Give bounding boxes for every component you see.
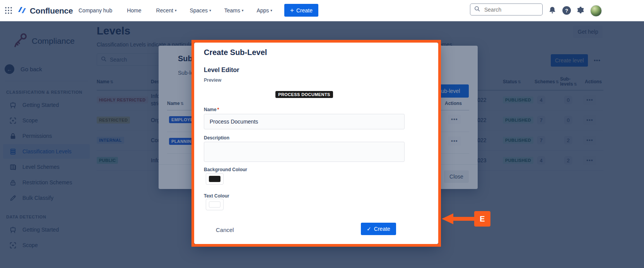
chevron-down-icon: ▾ bbox=[175, 9, 177, 12]
preview-badge: PROCESS DOCUMENTS bbox=[275, 91, 333, 98]
help-icon[interactable]: ? bbox=[562, 6, 571, 15]
chevron-down-icon: ▾ bbox=[209, 9, 211, 12]
confluence-logo[interactable]: Confluence bbox=[17, 5, 73, 17]
nav-item-apps[interactable]: Apps▾ bbox=[256, 7, 272, 14]
nav-item-home[interactable]: Home bbox=[127, 7, 143, 14]
create-button[interactable]: + Create bbox=[284, 4, 318, 17]
app-switcher-icon[interactable] bbox=[5, 7, 12, 16]
preview-label: Preview bbox=[204, 77, 221, 83]
confluence-logo-icon bbox=[17, 5, 27, 17]
plus-icon: + bbox=[290, 7, 294, 14]
annotation-arrow-shaft bbox=[452, 217, 475, 221]
nav-item-recent[interactable]: Recent▾ bbox=[156, 7, 177, 14]
screenshot-stage: Confluence Company hub Home Recent▾ Spac… bbox=[0, 0, 644, 268]
global-search[interactable] bbox=[470, 3, 543, 15]
name-label: Name* bbox=[204, 107, 219, 112]
check-icon: ✓ bbox=[367, 226, 371, 232]
text-colour-swatch[interactable] bbox=[206, 199, 224, 210]
nav-item-spaces[interactable]: Spaces▾ bbox=[190, 7, 211, 14]
name-input[interactable] bbox=[204, 114, 405, 129]
top-nav: Confluence Company hub Home Recent▾ Spac… bbox=[0, 0, 644, 21]
nav-menu: Company hub Home Recent▾ Spaces▾ Teams▾ … bbox=[79, 0, 310, 21]
global-search-input[interactable] bbox=[483, 6, 531, 13]
chevron-down-icon: ▾ bbox=[242, 9, 244, 12]
cancel-button[interactable]: Cancel bbox=[213, 223, 237, 236]
background-colour-label: Background Colour bbox=[204, 167, 247, 172]
text-colour-label: Text Colour bbox=[204, 193, 229, 199]
user-avatar[interactable] bbox=[590, 5, 602, 17]
chevron-down-icon: ▾ bbox=[270, 9, 272, 12]
search-icon bbox=[474, 6, 480, 14]
confluence-logo-text: Confluence bbox=[30, 6, 73, 15]
settings-gear-icon[interactable] bbox=[576, 6, 585, 16]
nav-item-company-hub[interactable]: Company hub bbox=[79, 7, 114, 14]
modal-create-button[interactable]: ✓ Create bbox=[361, 223, 396, 235]
level-editor-heading: Level Editor bbox=[204, 67, 239, 74]
annotation-label: E bbox=[474, 211, 490, 227]
description-input[interactable] bbox=[204, 142, 405, 162]
notifications-bell-icon[interactable] bbox=[548, 6, 557, 16]
background-colour-value bbox=[209, 176, 220, 182]
description-label: Description bbox=[204, 135, 229, 141]
required-asterisk: * bbox=[217, 107, 219, 112]
nav-item-teams[interactable]: Teams▾ bbox=[224, 7, 244, 14]
modal-title: Create Sub-Level bbox=[204, 48, 267, 57]
preview-area: PROCESS DOCUMENTS bbox=[204, 86, 405, 103]
background-colour-swatch[interactable] bbox=[206, 173, 224, 185]
create-sublevel-modal: Create Sub-Level Level Editor Preview PR… bbox=[194, 43, 438, 244]
text-colour-value bbox=[209, 201, 220, 208]
